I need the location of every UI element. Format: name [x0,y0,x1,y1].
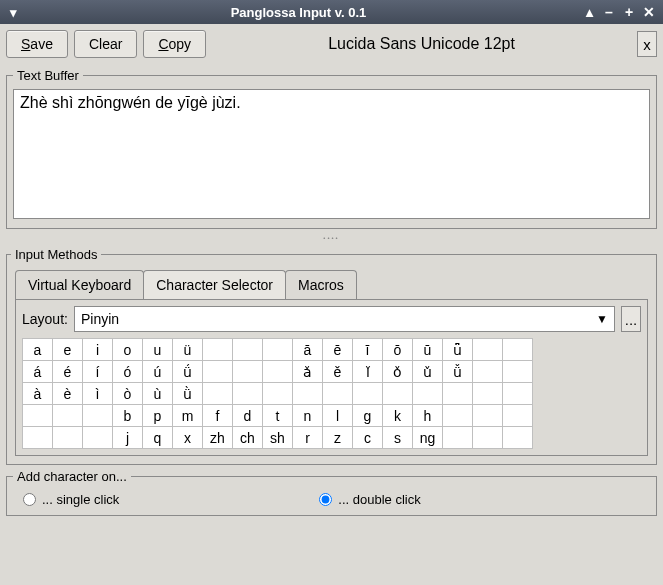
char-cell-empty [23,427,53,449]
char-cell[interactable]: r [293,427,323,449]
char-cell-empty [503,405,533,427]
char-cell[interactable]: l [323,405,353,427]
char-cell-empty [263,361,293,383]
char-cell[interactable]: è [53,383,83,405]
char-cell[interactable]: í [83,361,113,383]
char-cell-empty [503,427,533,449]
char-cell[interactable]: q [143,427,173,449]
char-cell[interactable]: ǜ [173,383,203,405]
char-cell[interactable]: à [23,383,53,405]
copy-button[interactable]: Copy [143,30,206,58]
char-cell[interactable]: o [113,339,143,361]
char-cell-empty [413,383,443,405]
char-cell[interactable]: p [143,405,173,427]
char-cell[interactable]: ó [113,361,143,383]
char-cell-empty [443,427,473,449]
char-cell[interactable]: j [113,427,143,449]
char-cell[interactable]: ü [173,339,203,361]
char-cell[interactable]: m [173,405,203,427]
radio-single-click-input[interactable] [23,493,36,506]
tab-character-selector[interactable]: Character Selector [143,270,286,299]
layout-more-button[interactable]: ... [621,306,641,332]
stick-icon[interactable]: ▴ [581,5,597,19]
char-cell[interactable]: ǚ [443,361,473,383]
char-cell[interactable]: ī [353,339,383,361]
char-cell-empty [233,339,263,361]
chevron-down-icon: ▼ [596,312,608,326]
char-cell[interactable]: ch [233,427,263,449]
char-cell[interactable]: t [263,405,293,427]
font-indicator[interactable]: Lucida Sans Unicode 12pt [212,35,631,53]
maximize-icon[interactable]: + [621,5,637,19]
char-cell-empty [383,383,413,405]
layout-select[interactable]: Pinyin ▼ [74,306,615,332]
char-cell[interactable]: ǔ [413,361,443,383]
char-cell[interactable]: zh [203,427,233,449]
char-cell[interactable]: ō [383,339,413,361]
titlebar: ▾ Panglossa Input v. 0.1 ▴ – + ✕ [0,0,663,24]
char-cell[interactable]: ě [323,361,353,383]
close-icon[interactable]: ✕ [641,5,657,19]
char-cell[interactable]: n [293,405,323,427]
char-cell[interactable]: sh [263,427,293,449]
char-cell-empty [503,383,533,405]
char-cell[interactable]: ū [413,339,443,361]
tab-macros[interactable]: Macros [285,270,357,299]
font-close-button[interactable]: x [637,31,657,57]
char-cell-empty [323,383,353,405]
char-cell-empty [263,339,293,361]
char-cell-empty [203,383,233,405]
char-cell[interactable]: ǐ [353,361,383,383]
char-cell-empty [473,339,503,361]
char-cell[interactable]: ǎ [293,361,323,383]
char-cell[interactable]: k [383,405,413,427]
tab-virtual-keyboard[interactable]: Virtual Keyboard [15,270,144,299]
radio-single-click[interactable]: ... single click [23,492,119,507]
char-cell[interactable]: ò [113,383,143,405]
char-cell[interactable]: s [383,427,413,449]
input-methods-legend: Input Methods [11,247,101,262]
char-cell[interactable]: a [23,339,53,361]
char-cell-empty [473,383,503,405]
char-cell[interactable]: ǖ [443,339,473,361]
save-button[interactable]: Save [6,30,68,58]
char-cell[interactable]: b [113,405,143,427]
char-cell[interactable]: ā [293,339,323,361]
toolbar: Save Clear Copy Lucida Sans Unicode 12pt… [0,24,663,64]
char-cell[interactable]: f [203,405,233,427]
radio-single-click-label: ... single click [42,492,119,507]
char-cell[interactable]: ì [83,383,113,405]
char-cell-empty [233,361,263,383]
window-menu-icon[interactable]: ▾ [6,5,20,20]
char-cell[interactable]: ǒ [383,361,413,383]
char-cell[interactable]: ù [143,383,173,405]
char-cell[interactable]: ú [143,361,173,383]
char-cell[interactable]: x [173,427,203,449]
char-cell-empty [473,405,503,427]
radio-double-click[interactable]: ... double click [319,492,420,507]
splitter-handle[interactable]: •••• [0,233,663,243]
char-cell[interactable]: h [413,405,443,427]
char-cell[interactable]: á [23,361,53,383]
text-buffer-input[interactable] [13,89,650,219]
char-cell[interactable]: z [323,427,353,449]
char-cell[interactable]: ē [323,339,353,361]
char-cell[interactable]: e [53,339,83,361]
char-cell-empty [53,427,83,449]
add-character-legend: Add character on... [13,469,131,484]
char-cell[interactable]: ng [413,427,443,449]
char-cell[interactable]: c [353,427,383,449]
char-cell-empty [473,427,503,449]
minimize-icon[interactable]: – [601,5,617,19]
char-cell[interactable]: d [233,405,263,427]
tab-body: Layout: Pinyin ▼ ... aeiouüāēīōūǖáéíóúǘǎ… [15,299,648,456]
radio-double-click-input[interactable] [319,493,332,506]
char-cell-empty [473,361,503,383]
char-cell-empty [23,405,53,427]
char-cell[interactable]: ǘ [173,361,203,383]
char-cell[interactable]: é [53,361,83,383]
char-cell[interactable]: g [353,405,383,427]
char-cell[interactable]: u [143,339,173,361]
char-cell[interactable]: i [83,339,113,361]
clear-button[interactable]: Clear [74,30,137,58]
